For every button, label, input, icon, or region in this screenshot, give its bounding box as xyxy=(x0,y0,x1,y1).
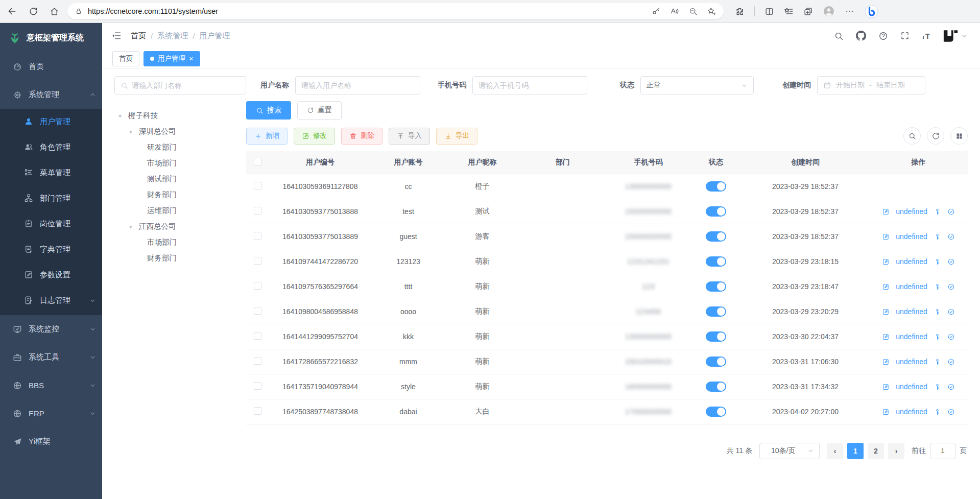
edit-icon[interactable] xyxy=(882,233,890,241)
assign-role-icon[interactable] xyxy=(947,283,955,291)
page-button-1[interactable]: 1 xyxy=(847,443,864,459)
edit-icon[interactable] xyxy=(882,283,890,291)
question-icon[interactable] xyxy=(878,31,888,41)
sidebar-item-system-tools[interactable]: 系统工具 xyxy=(0,343,102,371)
status-toggle[interactable] xyxy=(706,407,726,417)
modify-button[interactable]: 修改 xyxy=(294,128,335,145)
phone-input[interactable] xyxy=(472,76,587,94)
row-checkbox[interactable] xyxy=(254,257,261,265)
close-icon[interactable]: × xyxy=(189,55,194,62)
sidebar-item-log-management[interactable]: 日志管理 xyxy=(0,288,102,313)
goto-page-input[interactable] xyxy=(930,443,955,459)
reset-password-icon[interactable] xyxy=(934,233,941,241)
edit-icon[interactable] xyxy=(882,358,890,366)
assign-role-icon[interactable] xyxy=(947,308,955,316)
github-icon[interactable] xyxy=(856,31,866,41)
sidebar-item-system-monitor[interactable]: 系统监控 xyxy=(0,315,102,343)
status-toggle[interactable] xyxy=(706,181,726,192)
sidebar-item-home[interactable]: 首页 xyxy=(0,53,102,81)
extensions-icon[interactable] xyxy=(735,7,745,16)
row-checkbox[interactable] xyxy=(254,382,261,390)
password-key-icon[interactable] xyxy=(652,7,661,16)
reset-password-icon[interactable] xyxy=(934,308,941,316)
refresh-icon[interactable] xyxy=(29,7,38,16)
tree-node-财务部门[interactable]: 财务部门 xyxy=(116,250,241,266)
sidebar-item-erp[interactable]: ERP xyxy=(0,399,102,427)
tree-expand-icon[interactable]: ▾ xyxy=(129,128,135,135)
add-button[interactable]: 新增 xyxy=(246,128,288,145)
delete-icon[interactable]: undefined xyxy=(896,383,927,391)
back-icon[interactable] xyxy=(7,6,17,16)
tree-node-市场部门[interactable]: 市场部门 xyxy=(116,155,241,171)
reset-password-icon[interactable] xyxy=(934,358,941,366)
dept-name-field[interactable] xyxy=(132,81,240,89)
delete-icon[interactable]: undefined xyxy=(896,332,927,341)
tree-node-测试部门[interactable]: 测试部门 xyxy=(116,171,241,187)
copilot-icon[interactable] xyxy=(865,5,878,18)
favorites-list-icon[interactable] xyxy=(784,7,794,16)
reset-password-icon[interactable] xyxy=(934,408,941,416)
row-checkbox[interactable] xyxy=(254,407,261,415)
sidebar-item-yi-framework[interactable]: Yi框架 xyxy=(0,427,102,456)
breadcrumb-item[interactable]: 系统管理 xyxy=(157,31,188,41)
tab-用户管理[interactable]: 用户管理× xyxy=(144,51,200,66)
assign-role-icon[interactable] xyxy=(947,233,955,241)
select-all-checkbox[interactable] xyxy=(254,158,261,165)
edit-icon[interactable] xyxy=(882,408,890,416)
more-icon[interactable] xyxy=(845,6,855,16)
delete-icon[interactable]: undefined xyxy=(896,207,927,216)
sidebar-item-dept-management[interactable]: 部门管理 xyxy=(0,185,102,211)
status-toggle[interactable] xyxy=(706,306,726,317)
search-icon[interactable] xyxy=(834,31,844,41)
date-range-picker[interactable]: 开始日期 - 结束日期 xyxy=(817,76,925,94)
sidebar-item-menu-management[interactable]: 菜单管理 xyxy=(0,160,102,185)
assign-role-icon[interactable] xyxy=(947,408,955,416)
tab-首页[interactable]: 首页 xyxy=(112,51,139,66)
row-checkbox[interactable] xyxy=(254,207,261,215)
home-icon[interactable] xyxy=(50,7,59,16)
delete-button[interactable]: 删除 xyxy=(341,128,383,145)
assign-role-icon[interactable] xyxy=(947,383,955,391)
assign-role-icon[interactable] xyxy=(947,208,955,216)
next-page-button[interactable]: › xyxy=(888,443,904,459)
import-button[interactable]: 导入 xyxy=(389,128,430,145)
delete-icon[interactable]: undefined xyxy=(896,358,927,366)
edit-icon[interactable] xyxy=(882,383,890,391)
reset-password-icon[interactable] xyxy=(934,333,941,341)
fullscreen-icon[interactable] xyxy=(900,31,910,40)
status-toggle[interactable] xyxy=(706,382,726,392)
sidebar-item-system-management[interactable]: 系统管理 xyxy=(0,81,102,109)
tree-node-研发部门[interactable]: 研发部门 xyxy=(116,139,241,155)
user-avatar[interactable] xyxy=(943,29,968,43)
prev-page-button[interactable]: ‹ xyxy=(827,443,843,459)
zoom-out-icon[interactable] xyxy=(688,7,698,16)
favorite-add-icon[interactable] xyxy=(707,7,716,16)
breadcrumb-item[interactable]: 首页 xyxy=(131,31,146,41)
tree-expand-icon[interactable]: ▾ xyxy=(118,112,125,120)
export-button[interactable]: 导出 xyxy=(436,128,477,145)
edit-icon[interactable] xyxy=(882,333,890,341)
sidebar-item-post-management[interactable]: 岗位管理 xyxy=(0,211,102,236)
row-checkbox[interactable] xyxy=(254,357,261,365)
tree-node-市场部门[interactable]: 市场部门 xyxy=(116,234,241,250)
phone-field[interactable] xyxy=(479,81,581,89)
status-toggle[interactable] xyxy=(706,206,726,217)
assign-role-icon[interactable] xyxy=(947,358,955,366)
row-checkbox[interactable] xyxy=(254,182,261,189)
page-size-select[interactable]: 10条/页 xyxy=(759,443,820,459)
sidebar-item-param-settings[interactable]: 参数设置 xyxy=(0,262,102,288)
status-toggle[interactable] xyxy=(706,281,726,292)
sidebar-item-user-management[interactable]: 用户管理 xyxy=(0,109,102,134)
reset-password-icon[interactable] xyxy=(934,258,941,266)
sidebar-item-dict-management[interactable]: 字典管理 xyxy=(0,236,102,262)
row-checkbox[interactable] xyxy=(254,307,261,315)
edit-icon[interactable] xyxy=(882,208,890,216)
row-checkbox[interactable] xyxy=(254,332,261,340)
tree-node-运维部门[interactable]: 运维部门 xyxy=(116,203,241,219)
status-toggle[interactable] xyxy=(706,256,726,267)
search-button[interactable]: 搜索 xyxy=(246,101,291,120)
profile-icon[interactable] xyxy=(823,5,835,17)
font-size-icon[interactable]: тT xyxy=(922,32,930,40)
page-button-2[interactable]: 2 xyxy=(868,443,884,459)
edit-icon[interactable] xyxy=(882,258,890,266)
